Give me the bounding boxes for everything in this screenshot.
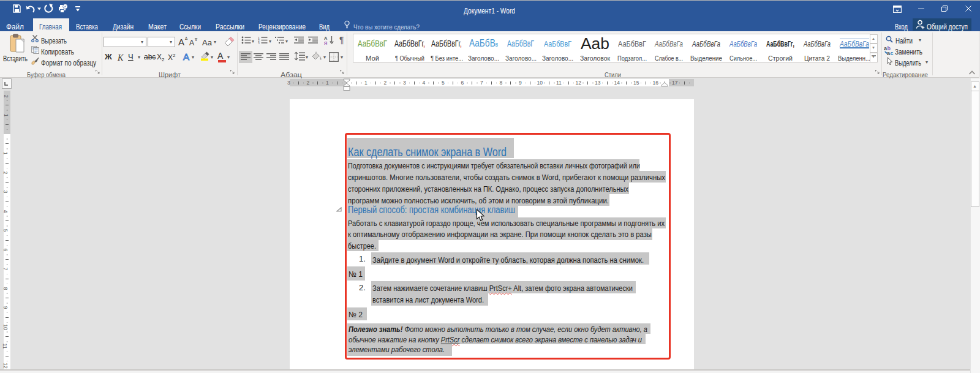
svg-text:c: c xyxy=(891,50,894,56)
svg-text:3: 3 xyxy=(258,42,260,45)
svg-text:Я: Я xyxy=(324,40,327,45)
